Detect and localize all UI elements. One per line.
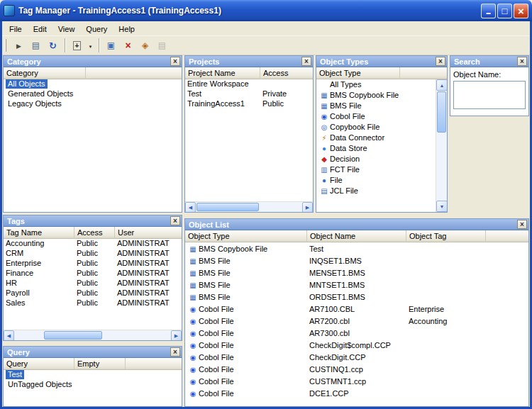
close-icon[interactable]	[170, 216, 180, 225]
column-header-user[interactable]: User	[115, 227, 182, 239]
scroll-left-icon[interactable]	[4, 330, 14, 340]
category-row[interactable]: All Objects	[4, 79, 182, 89]
column-header-object-tag[interactable]: Object Tag	[406, 230, 486, 242]
object-type-row[interactable]: File	[316, 175, 436, 186]
toolbar-button-copy-window[interactable]	[103, 38, 119, 53]
column-header-access[interactable]: Access	[74, 227, 115, 239]
column-header-category[interactable]: Category	[4, 67, 86, 79]
object-type-row[interactable]: Decision	[316, 154, 436, 164]
object-list-row[interactable]: Cobol File DCE1.CCP	[185, 387, 528, 399]
object-list-row[interactable]: Cobol File CUSTINQ1.ccp	[185, 363, 528, 375]
tag-row[interactable]: Finance Public ADMINISTRAT	[4, 269, 182, 279]
tag-row[interactable]: Payroll Public ADMINISTRAT	[4, 288, 182, 298]
scroll-down-icon[interactable]	[436, 201, 447, 212]
column-header-empty[interactable]: Empty	[74, 358, 126, 370]
object-type-row[interactable]: BMS File	[316, 101, 436, 111]
object-list-row[interactable]: Cobol File CheckDigit$compl.CCP	[185, 339, 528, 351]
close-icon[interactable]	[517, 220, 527, 229]
close-icon[interactable]	[436, 57, 445, 66]
column-header-object-name[interactable]: Object Name	[307, 230, 406, 242]
scrollbar-track[interactable]	[196, 202, 302, 212]
column-header-query[interactable]: Query	[4, 358, 74, 370]
category-row[interactable]: Legacy Objects	[4, 99, 182, 109]
toolbar-button-new-window-dropdown[interactable]	[86, 38, 95, 53]
close-icon[interactable]	[170, 347, 180, 357]
close-button[interactable]	[514, 4, 528, 18]
object-type-row[interactable]: Data Store	[316, 143, 436, 154]
column-header-access[interactable]: Access	[260, 67, 313, 79]
object-list-row[interactable]: Cobol File AR7200.cbl Accounting	[185, 315, 528, 327]
project-row[interactable]: Test Private	[185, 89, 313, 99]
scrollbar-thumb[interactable]	[437, 91, 446, 133]
object-type-row[interactable]: Data Connector	[316, 133, 436, 143]
tag-row[interactable]: Sales Public ADMINISTRAT	[4, 298, 182, 308]
object-list-row[interactable]: BMS File MNTSET1.BMS	[185, 279, 528, 291]
toolbar-button-run[interactable]	[11, 38, 27, 53]
column-header-tag-name[interactable]: Tag Name	[4, 227, 74, 239]
scroll-left-icon[interactable]	[185, 202, 196, 212]
object-list-row[interactable]: Cobol File AR7300.cbl	[185, 327, 528, 339]
scrollbar-thumb[interactable]	[44, 331, 102, 340]
object-types-vertical-scrollbar[interactable]	[436, 79, 447, 212]
scroll-right-icon[interactable]	[302, 202, 313, 212]
query-row[interactable]: Test	[4, 370, 182, 380]
toolbar-button-tag-assign[interactable]	[137, 38, 153, 53]
object-type-row[interactable]: JCL File	[316, 186, 436, 196]
toolbar-grip[interactable]	[5, 39, 8, 52]
object-type-row[interactable]: FCT File	[316, 164, 436, 175]
query-row[interactable]: UnTagged Objects	[4, 380, 182, 390]
object-type-row[interactable]: All Types	[316, 79, 436, 90]
object-type-row[interactable]: Copybook File	[316, 122, 436, 133]
scroll-right-icon[interactable]	[171, 330, 182, 340]
object-list-row[interactable]: Cobol File CheckDigit.CCP	[185, 351, 528, 363]
toolbar-button-new-window[interactable]	[69, 38, 85, 53]
menu-item[interactable]: Edit	[28, 23, 52, 35]
maximize-button[interactable]	[497, 4, 512, 18]
tags-horizontal-scrollbar[interactable]	[4, 330, 182, 340]
category-panel-header[interactable]: Category	[4, 56, 182, 67]
refresh-icon	[49, 41, 57, 50]
scrollbar-track[interactable]	[436, 91, 447, 201]
category-row[interactable]: Generated Objects	[4, 89, 182, 99]
query-panel-header[interactable]: Query	[4, 347, 182, 358]
object-list-row[interactable]: Cobol File AR7100.CBL Enterprise	[185, 303, 528, 315]
scrollbar-track[interactable]	[14, 330, 171, 340]
title-bar[interactable]: Tag Manager - TrainingAccess1 (TrainingA…	[0, 0, 532, 21]
close-icon[interactable]	[170, 57, 180, 66]
menu-item[interactable]: Help	[113, 23, 140, 35]
object-list-row[interactable]: BMS File INQSET1.BMS	[185, 254, 528, 267]
projects-horizontal-scrollbar[interactable]	[185, 201, 313, 212]
projects-panel-header[interactable]: Projects	[185, 56, 313, 67]
close-icon[interactable]	[517, 57, 527, 66]
tag-row[interactable]: Accounting Public ADMINISTRAT	[4, 239, 182, 249]
toolbar-button-report[interactable]	[28, 38, 44, 53]
close-icon[interactable]	[301, 57, 311, 66]
minimize-button[interactable]	[481, 4, 496, 18]
scrollbar-thumb[interactable]	[196, 203, 259, 211]
project-row[interactable]: TrainingAccess1 Public	[185, 99, 313, 109]
column-header-project-name[interactable]: Project Name	[185, 67, 260, 79]
search-panel-header[interactable]: Search	[450, 56, 528, 67]
tag-row[interactable]: CRM Public ADMINISTRAT	[4, 249, 182, 259]
tags-panel-header[interactable]: Tags	[4, 215, 182, 227]
toolbar-button-delete[interactable]	[120, 38, 136, 53]
object-list-row[interactable]: BMS Copybook File Test	[185, 242, 528, 254]
object-list-panel-header[interactable]: Object List	[185, 219, 528, 230]
column-header-object-type[interactable]: Object Type	[185, 230, 307, 242]
toolbar-button-refresh[interactable]	[45, 38, 61, 53]
object-list-row[interactable]: BMS File MENSET1.BMS	[185, 267, 528, 279]
object-name-input[interactable]	[453, 81, 526, 109]
object-types-panel-header[interactable]: Object Types	[316, 56, 447, 67]
menu-item[interactable]: Query	[80, 23, 113, 35]
tag-row[interactable]: Enterprise Public ADMINISTRAT	[4, 259, 182, 269]
object-type-row[interactable]: BMS Copybook File	[316, 90, 436, 101]
menu-item[interactable]: File	[4, 23, 28, 35]
object-list-row[interactable]: BMS File ORDSET1.BMS	[185, 291, 528, 303]
object-list-row[interactable]: Cobol File CUSTMNT1.ccp	[185, 375, 528, 387]
menu-item[interactable]: View	[52, 23, 81, 35]
project-row[interactable]: Entire Workspace	[185, 79, 313, 89]
column-header-object-type[interactable]: Object Type	[316, 67, 400, 79]
tag-row[interactable]: HR Public ADMINISTRAT	[4, 279, 182, 288]
object-type-row[interactable]: Cobol File	[316, 111, 436, 122]
scroll-up-icon[interactable]	[436, 79, 447, 91]
